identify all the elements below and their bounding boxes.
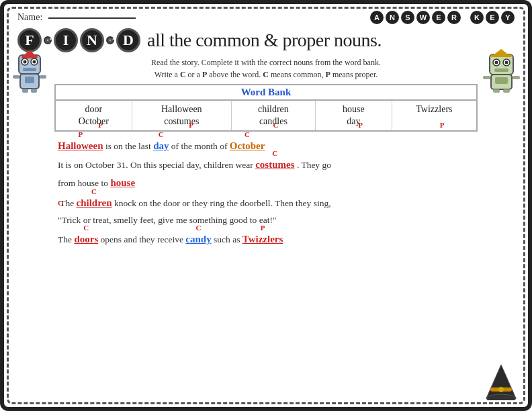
worksheet-page: Name: A N S W E R K E Y F • I N • D all … — [0, 0, 532, 411]
svg-rect-9 — [25, 77, 34, 83]
svg-rect-27 — [513, 76, 520, 79]
story-text-2b: . They go — [297, 160, 331, 170]
find-letters: F • I N • D — [17, 28, 140, 52]
story-text-6a: The — [58, 234, 74, 244]
ak-s: S — [401, 11, 414, 24]
day-word: day — [153, 140, 169, 151]
doors-label: C — [83, 222, 89, 234]
title-text: all the common & proper nouns. — [147, 30, 382, 51]
costumes-labeled: C costumes — [255, 156, 294, 174]
day-labeled: C day — [153, 138, 169, 155]
svg-rect-23 — [495, 77, 508, 84]
story-line-4: C The C children knock on the door or th… — [58, 195, 474, 212]
story-text-6c: such as — [214, 234, 242, 244]
doors-labeled: C doors — [74, 231, 98, 248]
wb-cell-2: Halloweencostumes P — [132, 101, 232, 130]
october-label: C — [245, 128, 250, 141]
costumes-word: costumes — [255, 159, 294, 170]
ak-n: N — [386, 11, 399, 24]
instruction-line2: Write a C or a P above the word. C means… — [64, 68, 468, 81]
doors-word: doors — [74, 234, 98, 244]
story-text-5: "Trick or treat, smelly feet, give me so… — [58, 215, 276, 225]
children-labeled: C children — [77, 195, 112, 212]
svg-rect-26 — [483, 76, 490, 79]
svg-rect-11 — [31, 89, 37, 93]
october-word: October — [230, 140, 265, 151]
october-labeled: C October — [230, 138, 265, 155]
twizzlers-word: Twizzlers — [242, 234, 283, 244]
svg-rect-21 — [491, 54, 512, 57]
story-line-3: from house to house — [58, 175, 474, 192]
find-d: D — [116, 28, 140, 52]
svg-rect-5 — [23, 68, 36, 71]
story-text-1a: is on the last — [105, 141, 153, 151]
story-text-2a: It is on October 31. On this special day… — [58, 160, 255, 170]
twizzlers-labeled: P Twizzlers — [242, 231, 283, 248]
svg-rect-24 — [493, 89, 500, 93]
name-text: Name: — [17, 12, 42, 22]
wb-cell-5: Twizzlers P — [392, 101, 476, 130]
children-label-above: C — [58, 197, 63, 210]
story-line-2: It is on October 31. On this special day… — [58, 156, 474, 174]
story-text-1b: of the month of — [171, 141, 230, 151]
wb-label-p2: P — [189, 120, 193, 130]
story-line-1: P Halloween is on the last C day of the … — [58, 138, 474, 155]
svg-rect-19 — [494, 68, 508, 72]
answer-key: A N S W E R K E Y — [370, 11, 515, 24]
find-dot1: • — [44, 36, 52, 44]
ak-e2: E — [486, 11, 499, 24]
candy-labeled: C candy — [185, 231, 211, 248]
ak-e1: E — [432, 11, 445, 24]
wb-cell-4: houseday P — [316, 101, 392, 130]
candy-word: candy — [185, 234, 211, 244]
children-label: C — [91, 185, 97, 198]
header: Name: A N S W E R K E Y — [11, 11, 521, 24]
day-label: C — [159, 128, 164, 141]
wb-label-p5: P — [440, 120, 445, 130]
find-dot2: • — [106, 36, 114, 44]
children-word: children — [77, 197, 112, 208]
hat-decoration — [481, 363, 521, 400]
costumes-label: C — [272, 147, 277, 160]
halloween-label: P — [78, 128, 83, 141]
wb-label-c3: C — [273, 120, 278, 130]
svg-rect-12 — [13, 75, 19, 79]
word-bank: Word Bank doorOctober P Halloweencostume… — [54, 84, 478, 132]
svg-point-31 — [498, 387, 504, 392]
word-bank-grid: doorOctober P Halloweencostumes P childr… — [56, 101, 476, 130]
title-row: F • I N • D all the common & proper noun… — [11, 26, 521, 55]
ak-y: Y — [501, 11, 515, 24]
ak-a: A — [370, 11, 384, 24]
robot-left-decoration — [12, 50, 47, 93]
svg-point-18 — [505, 61, 508, 64]
halloween-word: Halloween — [58, 140, 103, 151]
twizzlers-label: P — [261, 222, 265, 234]
svg-rect-25 — [503, 89, 510, 93]
svg-point-17 — [495, 61, 498, 64]
find-f: F — [17, 28, 42, 52]
story-section: P Halloween is on the last C day of the … — [11, 135, 521, 248]
story-text-6b: opens and they receive — [101, 234, 186, 244]
wb-cell-3: childrencandles C — [232, 101, 316, 130]
wb-cell-1: doorOctober P — [56, 101, 132, 130]
svg-rect-7 — [21, 56, 38, 58]
svg-point-3 — [24, 60, 27, 64]
wb-label-p1: P — [98, 120, 103, 130]
story-line-6: The C doors opens and they receive C can… — [58, 231, 474, 248]
svg-marker-6 — [23, 50, 36, 56]
house-word: house — [110, 177, 135, 188]
ak-k: K — [470, 11, 484, 24]
svg-point-4 — [33, 60, 36, 64]
story-text-4b: knock on the door or they ring the doorb… — [114, 198, 331, 208]
robot-right-decoration — [483, 48, 520, 93]
ak-r: R — [447, 11, 461, 24]
svg-rect-13 — [40, 75, 46, 79]
svg-point-29 — [486, 394, 516, 400]
find-i: I — [54, 28, 78, 52]
story-line-5: "Trick or treat, smelly feet, give me so… — [58, 213, 474, 228]
story-text-3a: from house to — [58, 178, 110, 188]
halloween-labeled: P Halloween — [58, 138, 103, 155]
svg-marker-28 — [486, 365, 516, 398]
instructions: Read the story. Complete it with the cor… — [11, 56, 521, 81]
wb-label-p4: P — [358, 120, 363, 130]
